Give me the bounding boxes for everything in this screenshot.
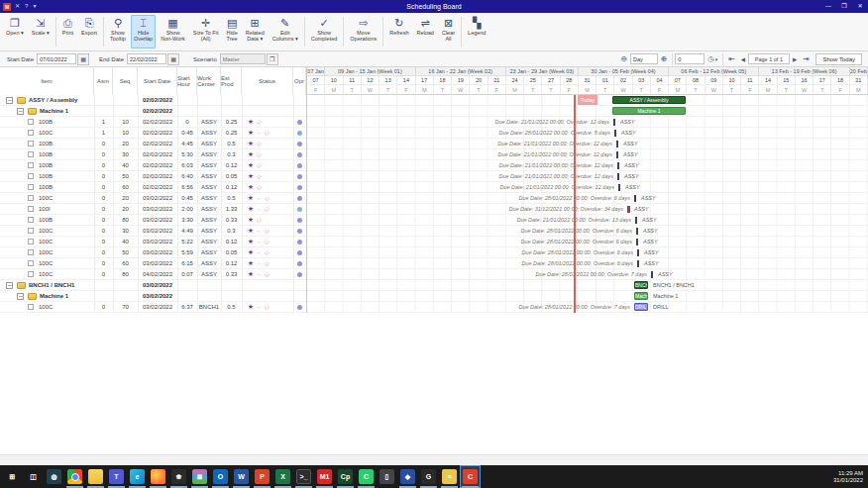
powerpoint-icon[interactable]: P (252, 465, 272, 488)
column-header-seq[interactable]: Seq (113, 67, 138, 95)
edit-columns-button[interactable]: ✎Edit Columns ▾ (270, 15, 301, 49)
operation-bar[interactable] (636, 228, 638, 235)
export-button[interactable]: ⎘Export (78, 15, 100, 49)
reload-button[interactable]: ⇌Reload (413, 15, 436, 49)
start-date-input[interactable] (37, 53, 76, 64)
show-non-work-button[interactable]: ▦Show Non-Work (158, 15, 188, 49)
show-tooltip-button[interactable]: ⚲Show Tooltip (107, 15, 129, 49)
row-checkbox[interactable] (28, 130, 34, 136)
row-checkbox[interactable] (28, 271, 34, 277)
column-header-wc[interactable]: Work Center (197, 67, 221, 95)
operation-bar[interactable] (636, 239, 638, 245)
gantt-bar[interactable]: Machine 1 (612, 107, 686, 115)
prev-page-button[interactable]: ◀ (738, 53, 748, 65)
operation-bar[interactable] (637, 260, 639, 267)
scale-button[interactable]: ⇲Scale ▾ (29, 15, 53, 49)
row-checkbox[interactable] (28, 195, 34, 201)
table-row[interactable]: 100C03003/02/20224:49ASSY0.3★→◇Due Date:… (0, 226, 868, 237)
edge-icon[interactable]: e (127, 465, 148, 488)
operation-bar[interactable] (635, 217, 637, 224)
operation-bar[interactable] (614, 130, 616, 137)
related-data-button[interactable]: ⊞Related Data ▾ (243, 15, 268, 49)
hide-tree-button[interactable]: ▤Hide Tree (223, 15, 240, 49)
panel-divider[interactable] (306, 67, 307, 313)
table-row[interactable]: 100C07003/02/20226:37BNCH10.5★→◇Due Date… (0, 302, 868, 313)
start-button[interactable]: ⊞ (2, 465, 23, 488)
operation-dot-icon[interactable] (297, 174, 302, 179)
table-row[interactable]: 100B03002/02/20225:30ASSY0.3★◇Due Date: … (0, 149, 868, 160)
close-button[interactable]: ✕ (852, 0, 868, 13)
word-icon[interactable]: W (231, 465, 252, 488)
end-date-input[interactable] (127, 53, 166, 64)
table-row[interactable]: 100C04003/02/20225:22ASSY0.12★→◇Due Date… (0, 237, 868, 247)
table-row[interactable]: 100C05003/02/20225:59ASSY0.05★→◇Due Date… (0, 247, 868, 258)
group-row[interactable]: −ASSY / Assembly02/02/2022ASSY / Assembl… (0, 95, 868, 106)
operation-dot-icon[interactable] (297, 272, 302, 277)
cp-app-icon[interactable]: Cp (335, 465, 356, 488)
print-button[interactable]: ⎙Print (59, 15, 76, 49)
collapse-toggle-icon[interactable]: − (6, 97, 13, 104)
collapse-toggle-icon[interactable]: − (6, 282, 13, 289)
row-checkbox[interactable] (28, 304, 34, 310)
operation-bar[interactable] (613, 119, 615, 126)
row-checkbox[interactable] (28, 141, 34, 146)
operation-dot-icon[interactable] (297, 142, 302, 146)
operation-dot-icon[interactable] (297, 229, 302, 234)
show-completed-button[interactable]: ✓Show Completed (308, 15, 341, 49)
operation-dot-icon[interactable] (297, 250, 302, 255)
row-checkbox[interactable] (28, 239, 34, 244)
row-checkbox[interactable] (28, 206, 34, 212)
zoom-out-icon[interactable]: ⊖ (618, 53, 630, 65)
m1-app-icon[interactable]: M1 (314, 465, 335, 488)
terminal-icon[interactable]: >_ (293, 465, 314, 488)
row-checkbox[interactable] (28, 249, 34, 255)
table-row[interactable]: 100B11002/02/20220ASSY0.25★◇Due Date: 21… (0, 117, 868, 128)
scenario-copy-icon[interactable]: ❐ (267, 53, 278, 65)
gantt-bar[interactable]: DRILL (634, 303, 648, 311)
interval-select[interactable] (630, 53, 658, 64)
column-header-opr[interactable]: Opr (293, 67, 306, 95)
table-row[interactable]: 100C06003/02/20226:15ASSY0.12★→◇Due Date… (0, 258, 868, 269)
photos-icon[interactable]: ❀ (168, 465, 189, 488)
column-header-hour[interactable]: Start Hour (177, 67, 197, 95)
row-checkbox[interactable] (28, 119, 34, 125)
operation-bar[interactable] (617, 173, 619, 180)
operation-bar[interactable] (627, 206, 630, 213)
operation-dot-icon[interactable] (297, 152, 302, 157)
row-checkbox[interactable] (28, 260, 34, 266)
legend-button[interactable]: ▚Legend (465, 15, 488, 49)
operation-bar[interactable] (616, 151, 618, 158)
operation-dot-icon[interactable] (297, 261, 302, 266)
collapse-toggle-icon[interactable]: − (17, 293, 24, 300)
table-row[interactable]: 100B06002/02/20226:56ASSY0.12★◇Due Date:… (0, 182, 868, 193)
last-page-button[interactable]: ⇥ (800, 53, 812, 65)
operation-bar[interactable] (616, 141, 618, 147)
table-row[interactable]: 100B08003/02/20223:30ASSY0.33★◇Due Date:… (0, 215, 868, 226)
operation-bar[interactable] (618, 184, 620, 191)
operation-bar[interactable] (637, 249, 639, 256)
table-row[interactable]: 100C11002/02/20220:45ASSY0.25★→◇Due Date… (0, 128, 868, 139)
vs-app-icon[interactable]: ◆ (397, 465, 418, 488)
column-header-asm[interactable]: Asm (94, 67, 113, 95)
operation-dot-icon[interactable] (297, 218, 302, 223)
table-row[interactable]: 100C02003/02/20220:45ASSY0.5★→◇Due Date:… (0, 193, 868, 204)
device-icon[interactable]: ▯ (377, 465, 397, 488)
scenario-input[interactable] (220, 53, 266, 64)
operation-dot-icon[interactable] (297, 305, 302, 310)
horizontal-scrollbar[interactable] (0, 454, 868, 464)
table-row[interactable]: 100B05002/02/20226:40ASSY0.05★◇Due Date:… (0, 171, 868, 182)
operation-bar[interactable] (651, 271, 653, 278)
row-checkbox[interactable] (28, 217, 34, 223)
column-header-prod[interactable]: Est Prod (221, 67, 242, 95)
open-button[interactable]: ❐Open ▾ (3, 15, 27, 49)
move-operations-button[interactable]: ⇨Move Operations (347, 15, 380, 49)
show-today-button[interactable]: Show Today (815, 53, 862, 65)
excel-icon[interactable]: X (272, 465, 293, 488)
next-page-button[interactable]: ▶ (790, 53, 800, 65)
scheduling-app-icon[interactable]: C (460, 465, 481, 488)
greenshot-icon[interactable]: G (418, 465, 439, 488)
refresh-button[interactable]: ↻Refresh (386, 15, 411, 49)
column-header-status[interactable]: Status (242, 67, 293, 95)
column-header-date[interactable]: Start Date (138, 67, 177, 95)
row-checkbox[interactable] (28, 173, 34, 179)
